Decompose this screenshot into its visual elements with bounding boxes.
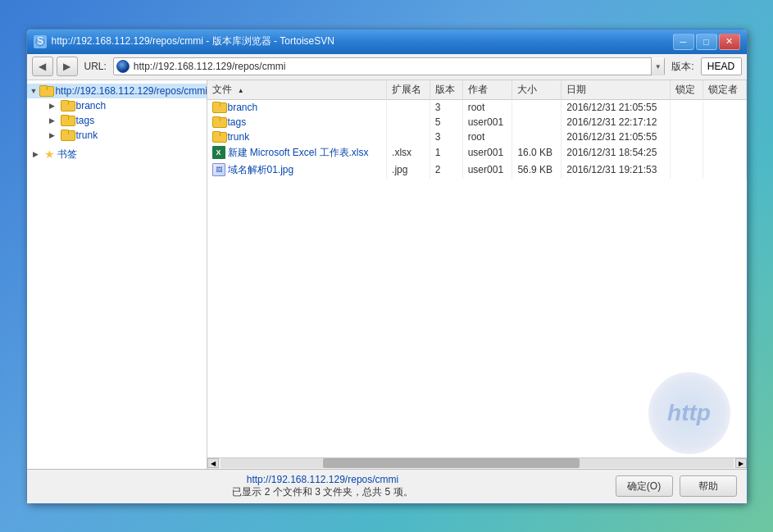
table-row[interactable]: X 新建 Microsoft Excel 工作表.xlsx .xlsx 1 us… (207, 144, 747, 161)
url-dropdown-button[interactable]: ▼ (651, 57, 664, 75)
file-table: 文件 ▲ 扩展名 版本 作者 大小 日期 锁定 锁定者 (207, 80, 747, 179)
tree-label-branch: branch (76, 100, 107, 111)
help-button[interactable]: 帮助 (680, 475, 737, 497)
status-text-area: http://192.168.112.129/repos/cmmi 已显示 2 … (37, 474, 609, 499)
date-cell: 2016/12/31 21:05:55 (562, 99, 671, 115)
folder-icon-branch (61, 100, 74, 111)
scroll-left-button[interactable]: ◀ (207, 458, 219, 468)
horizontal-scrollbar[interactable]: ◀ ▶ (207, 457, 747, 469)
folder-icon (212, 102, 225, 113)
status-url: http://192.168.112.129/repos/cmmi (247, 474, 398, 485)
col-author[interactable]: 作者 (462, 80, 512, 100)
tree-item-tags[interactable]: ▶ tags (27, 113, 207, 128)
main-area: ▼ http://192.168.112.129/repos/cmmi ▶ br… (27, 80, 747, 469)
folder-icon (212, 131, 225, 143)
tree-toggle-tags[interactable]: ▶ (47, 115, 58, 126)
tree-toggle-trunk[interactable]: ▶ (47, 130, 58, 141)
file-link-excel[interactable]: 新建 Microsoft Excel 工作表.xlsx (228, 146, 369, 160)
tree-root[interactable]: ▼ http://192.168.112.129/repos/cmmi (27, 84, 207, 98)
folder-icon-root (39, 85, 52, 97)
status-bar: http://192.168.112.129/repos/cmmi 已显示 2 … (27, 469, 747, 503)
col-lock[interactable]: 锁定 (670, 80, 703, 100)
maximize-button[interactable]: □ (696, 34, 717, 50)
folder-icon-trunk (61, 130, 74, 141)
locker-cell (703, 99, 746, 115)
author-cell: root (462, 99, 512, 115)
url-input[interactable]: http://192.168.112.129/repos/cmmi (132, 61, 651, 72)
file-link-tags[interactable]: tags (228, 116, 247, 128)
ok-button[interactable]: 确定(O) (616, 475, 673, 497)
url-bar[interactable]: http://192.168.112.129/repos/cmmi ▼ (113, 57, 665, 75)
table-row[interactable]: branch 3 root 2016/12/31 21:05:55 (207, 99, 747, 115)
tree-root-label: http://192.168.112.129/repos/cmmi (55, 85, 207, 97)
table-header: 文件 ▲ 扩展名 版本 作者 大小 日期 锁定 锁定者 (207, 80, 747, 100)
col-file-label: 文件 (212, 84, 232, 95)
ext-cell (387, 99, 430, 115)
file-link-trunk[interactable]: trunk (228, 131, 250, 143)
file-cell-image[interactable]: 🖼 域名解析01.jpg (207, 161, 387, 179)
folder-icon-tags (61, 115, 74, 126)
folder-icon (212, 116, 225, 128)
app-icon: S (34, 35, 47, 48)
size-cell (512, 99, 562, 115)
version-label: 版本: (671, 60, 693, 74)
file-cell-tags[interactable]: tags (207, 115, 387, 130)
file-link-image[interactable]: 域名解析01.jpg (228, 163, 294, 177)
url-label: URL: (84, 61, 107, 72)
col-version[interactable]: 版本 (430, 80, 462, 100)
tree-item-trunk[interactable]: ▶ trunk (27, 128, 207, 143)
file-cell-branch[interactable]: branch (207, 99, 387, 115)
image-icon: 🖼 (212, 163, 225, 176)
tree-label-bookmarks: 书签 (57, 148, 77, 161)
star-icon: ★ (44, 148, 55, 161)
window-controls: ─ □ ✕ (673, 34, 740, 50)
tree-toggle-root[interactable]: ▼ (30, 85, 38, 97)
minimize-button[interactable]: ─ (673, 34, 694, 50)
col-ext[interactable]: 扩展名 (387, 80, 430, 100)
tree-toggle-branch[interactable]: ▶ (47, 100, 58, 111)
tree-item-branch[interactable]: ▶ branch (27, 98, 207, 113)
col-file[interactable]: 文件 ▲ (207, 80, 387, 100)
table-row[interactable]: tags 5 user001 2016/12/31 22:17:12 (207, 115, 747, 130)
scroll-track[interactable] (221, 458, 734, 468)
excel-icon: X (212, 146, 225, 159)
col-locker[interactable]: 锁定者 (703, 80, 746, 100)
window-title: http://192.168.112.129/repos/cmmi - 版本库浏… (52, 34, 673, 48)
col-size[interactable]: 大小 (512, 80, 562, 100)
table-row[interactable]: 🖼 域名解析01.jpg .jpg 2 user001 56.9 KB 2016… (207, 161, 747, 179)
col-date[interactable]: 日期 (562, 80, 671, 100)
main-window: S http://192.168.112.129/repos/cmmi - 版本… (26, 29, 748, 504)
file-link-branch[interactable]: branch (228, 102, 258, 113)
tree-label-tags: tags (76, 115, 95, 126)
svg-text:S: S (36, 37, 43, 47)
forward-button[interactable]: ▶ (57, 57, 78, 76)
file-cell-trunk[interactable]: trunk (207, 130, 387, 144)
close-button[interactable]: ✕ (719, 34, 740, 50)
tree-toggle-bookmarks[interactable]: ▶ (30, 148, 42, 160)
toolbar: ◀ ▶ URL: http://192.168.112.129/repos/cm… (27, 54, 747, 80)
scroll-right-button[interactable]: ▶ (735, 458, 747, 468)
tree-item-bookmarks[interactable]: ▶ ★ 书签 (27, 146, 207, 163)
tree-label-trunk: trunk (76, 130, 98, 141)
back-button[interactable]: ◀ (32, 57, 53, 76)
scroll-thumb[interactable] (323, 458, 580, 468)
table-row[interactable]: trunk 3 root 2016/12/31 21:05:55 (207, 130, 747, 144)
file-cell-excel[interactable]: X 新建 Microsoft Excel 工作表.xlsx (207, 144, 387, 161)
status-info: 已显示 2 个文件和 3 文件夹，总共 5 项。 (232, 485, 412, 499)
url-globe-icon (116, 59, 130, 74)
title-bar: S http://192.168.112.129/repos/cmmi - 版本… (27, 30, 747, 54)
lock-cell (670, 99, 703, 115)
ver-cell: 3 (430, 99, 462, 115)
sort-arrow-file: ▲ (238, 87, 244, 94)
version-input[interactable] (701, 57, 742, 75)
sidebar: ▼ http://192.168.112.129/repos/cmmi ▶ br… (27, 80, 207, 469)
content-area: 文件 ▲ 扩展名 版本 作者 大小 日期 锁定 锁定者 (207, 80, 747, 469)
